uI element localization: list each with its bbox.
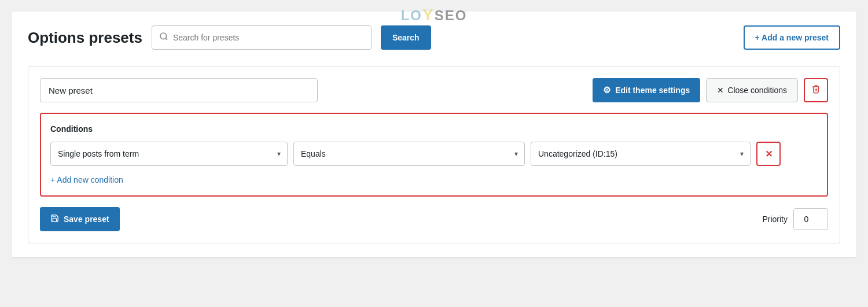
close-conditions-button[interactable]: ✕ Close conditions — [706, 78, 798, 102]
save-preset-button[interactable]: Save preset — [40, 207, 120, 231]
priority-input[interactable] — [793, 208, 828, 230]
header-row: Options presets Search + Add a new prese… — [28, 25, 840, 50]
close-x-icon: ✕ — [717, 86, 724, 95]
page-title: Options presets — [28, 29, 142, 47]
remove-icon: ✕ — [765, 149, 773, 160]
conditions-title: Conditions — [50, 124, 818, 134]
term-select[interactable]: Single posts from term All pages Front p… — [50, 142, 288, 166]
trash-icon — [811, 84, 821, 97]
search-icon — [159, 32, 168, 43]
preset-name-input[interactable] — [40, 78, 318, 102]
operator-select-wrapper: Equals Not equals ▾ — [293, 142, 525, 166]
preset-header: ⚙ Edit theme settings ✕ Close conditions — [40, 78, 828, 102]
value-select[interactable]: Uncategorized (ID:15) — [531, 142, 751, 166]
preset-actions: ⚙ Edit theme settings ✕ Close conditions — [593, 78, 828, 102]
add-condition-link[interactable]: + Add new condition — [50, 175, 123, 184]
delete-preset-button[interactable] — [804, 78, 828, 102]
operator-select[interactable]: Equals Not equals — [293, 142, 525, 166]
gear-icon: ⚙ — [603, 85, 610, 95]
svg-point-0 — [160, 33, 167, 39]
search-box — [152, 25, 372, 50]
priority-area: Priority — [762, 208, 828, 230]
condition-row: Single posts from term All pages Front p… — [50, 142, 818, 166]
save-icon — [50, 214, 59, 224]
edit-theme-button[interactable]: ⚙ Edit theme settings — [593, 78, 700, 102]
footer-row: Save preset Priority — [40, 207, 828, 231]
search-button[interactable]: Search — [381, 25, 431, 50]
add-preset-button[interactable]: + Add a new preset — [744, 25, 840, 50]
svg-line-1 — [165, 38, 167, 40]
remove-condition-button[interactable]: ✕ — [756, 142, 781, 166]
page-wrapper: Options presets Search + Add a new prese… — [12, 12, 856, 257]
search-input[interactable] — [173, 33, 364, 42]
priority-label: Priority — [762, 214, 788, 224]
value-select-wrapper: Uncategorized (ID:15) ▾ — [531, 142, 751, 166]
term-select-wrapper: Single posts from term All pages Front p… — [50, 142, 288, 166]
preset-card: ⚙ Edit theme settings ✕ Close conditions — [28, 66, 840, 243]
conditions-box: Conditions Single posts from term All pa… — [40, 113, 828, 197]
